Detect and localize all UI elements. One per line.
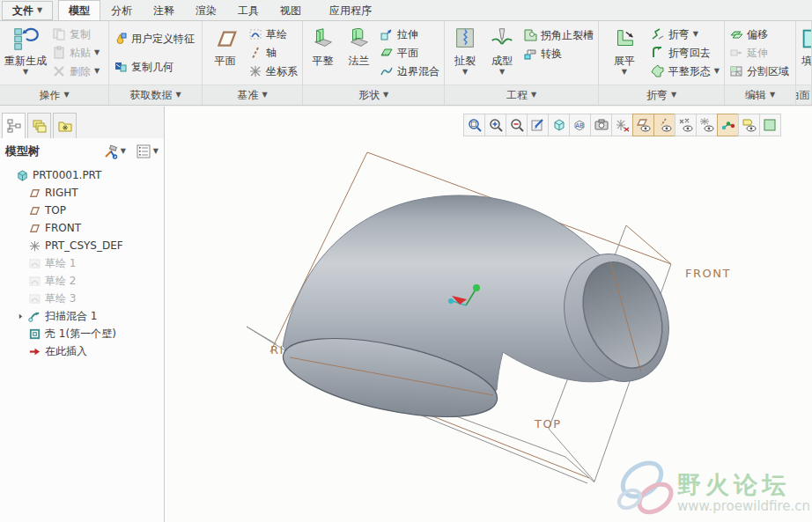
ribbon-bigbutton-planebig[interactable]: 平面 (205, 23, 245, 83)
chevron-down-icon: ▼ (383, 92, 388, 99)
graphics-area[interactable]: RIGHT (165, 107, 812, 522)
ribbon-button-sketch[interactable]: 草绘 (247, 26, 299, 43)
planes-icon (28, 204, 41, 217)
ribbon-bigbutton-form[interactable]: 成型▼ (484, 23, 520, 83)
ribbon-button-copygeom[interactable]: 复制几何 (112, 58, 196, 76)
button-label: 折弯回去 (668, 46, 711, 61)
navigator-tab-folders[interactable] (27, 113, 51, 138)
tab-item-2[interactable]: 注释 (143, 0, 185, 20)
chevron-down-icon: ▼ (63, 92, 69, 99)
ribbon-bigbutton-flange[interactable]: 法兰 (342, 23, 376, 83)
ribbon-button-delete[interactable]: 删除▼ (50, 62, 101, 80)
chevron-down-icon: ▼ (153, 148, 159, 155)
ribbon-button-bendback[interactable]: 折弯回去 (649, 44, 721, 62)
ribbon-bigbutton-flat[interactable]: 平整 (306, 23, 340, 83)
ribbon-bigbutton-flatten[interactable]: 展平▼ (602, 23, 647, 83)
viewport-button-repaint[interactable] (527, 114, 549, 136)
viewport-button-point-eye[interactable] (675, 114, 697, 136)
viewport-button-cam[interactable] (590, 114, 612, 136)
tree-item--1[interactable]: 草绘 1 (0, 254, 164, 272)
hammer-wrench-icon (103, 143, 119, 159)
viewport-button-zin[interactable] (484, 114, 506, 136)
ribbon-button-flatpattern[interactable]: 平整形态▼ (649, 62, 721, 80)
ribbon-group-label[interactable]: 基准▼ (203, 85, 302, 105)
navigator-tab-navtree[interactable] (2, 113, 26, 138)
tab-item-5[interactable]: 视图 (269, 0, 312, 20)
ribbon-group-label[interactable]: 曲面▼ (796, 85, 811, 105)
tree-item-right[interactable]: RIGHT (0, 184, 164, 202)
group-label-text: 操作 (39, 88, 60, 103)
viewport-button-views[interactable] (569, 114, 591, 136)
ribbon-button-blend[interactable]: 边界混合 (378, 62, 441, 80)
chevron-down-icon: ▼ (714, 68, 720, 75)
ribbon-button-corner[interactable]: 拐角止裂槽 (521, 26, 595, 44)
viewport-button-axis-eye[interactable] (653, 114, 675, 136)
tree-item--1-[interactable]: 壳 1(第一个壁) (0, 325, 164, 342)
file-menu-button[interactable]: 文件 ▼ (2, 1, 53, 20)
button-label: 草绘 (266, 27, 287, 42)
tab-item-4[interactable]: 工具 (227, 0, 269, 20)
viewport-button-clip[interactable] (759, 114, 781, 136)
navigator-tab-folderstar[interactable] (53, 113, 77, 138)
ribbon-button-extrude[interactable]: 拉伸 (378, 26, 441, 43)
expand-arrow-icon[interactable] (16, 312, 25, 320)
tree-item--[interactable]: 在此插入 (0, 342, 164, 360)
blend-icon (380, 64, 394, 78)
tree-tools-button[interactable]: ▼ (103, 143, 126, 159)
chevron-down-icon: ▼ (121, 148, 126, 155)
tree-item-front[interactable]: FRONT (0, 219, 164, 237)
ribbon-group-label[interactable]: 操作▼ (0, 85, 108, 105)
ribbon-bigbutton-fill[interactable]: 填充 (799, 23, 812, 83)
spin-icon (720, 117, 736, 133)
csys-icon (248, 64, 262, 78)
tab-item-1[interactable]: 分析 (100, 0, 143, 20)
ribbon-button-offset[interactable]: 偏移 (727, 26, 791, 43)
extrude-icon (380, 27, 394, 41)
button-label: 重新生成 (4, 54, 47, 69)
viewport-button-style[interactable] (548, 114, 570, 136)
ribbon-group-label[interactable]: 折弯▼ (599, 85, 724, 105)
ribbon-button-split[interactable]: 分割区域 (727, 62, 791, 80)
viewport-button-fit[interactable] (463, 114, 485, 136)
ribbon-group-label[interactable]: 编辑▼ (725, 85, 795, 105)
ribbon-button-paste[interactable]: 粘贴▼ (50, 44, 101, 62)
datum-label-top[interactable]: TOP (534, 417, 562, 430)
tree-item-prt0001-prt[interactable]: PRT0001.PRT (0, 166, 164, 184)
ribbon-bigbutton-rip[interactable]: 扯裂▼ (447, 23, 483, 83)
datum-label-front[interactable]: FRONT (685, 267, 731, 280)
viewport-button-datum[interactable] (611, 114, 633, 136)
ribbon-group-label[interactable]: 形状▼ (303, 85, 444, 105)
ribbon-group-label[interactable]: 获取数据▼ (109, 85, 202, 105)
ribbon-button-csys[interactable]: 坐标系 (247, 62, 299, 80)
viewport-button-plane-eye[interactable] (632, 114, 654, 136)
button-label: 拐角止裂槽 (541, 28, 594, 43)
ribbon-button-udf[interactable]: 用户定义特征 (112, 30, 196, 48)
file-menu-label: 文件 (12, 4, 33, 18)
tree-item-prt_csys_def[interactable]: PRT_CSYS_DEF (0, 237, 164, 254)
tab-item-3[interactable]: 渲染 (185, 0, 227, 20)
ribbon-button-planesurf[interactable]: 平面 (378, 44, 441, 62)
tab-model[interactable]: 模型 (58, 0, 100, 20)
flatten-icon (611, 26, 638, 52)
viewport-button-zout[interactable] (506, 114, 528, 136)
ribbon-button-axis[interactable]: 轴 (247, 44, 299, 62)
ribbon-bigbutton-regen[interactable]: 重新生成▼ (3, 23, 48, 83)
group-label-text: 形状 (358, 88, 380, 103)
csyss-icon (28, 239, 41, 253)
ribbon-button-bend[interactable]: 折弯▼ (649, 26, 721, 43)
tree-item-top[interactable]: TOP (0, 202, 164, 219)
ribbon-button-copy[interactable]: 复制 (50, 26, 101, 43)
ribbon-button-convert[interactable]: 转换 (521, 45, 595, 62)
tree-item--1[interactable]: 扫描混合 1 (0, 307, 164, 325)
tree-item--3[interactable]: 草绘 3 (0, 290, 164, 307)
ribbon-button-extend[interactable]: 延伸 (727, 44, 791, 62)
viewport-button-spin[interactable] (717, 114, 739, 136)
tree-item--2[interactable]: 草绘 2 (0, 272, 164, 290)
folders-icon (32, 118, 48, 134)
datum-right-top-edge (626, 225, 671, 264)
viewport-button-note-eye[interactable] (738, 114, 760, 136)
ribbon-group-label[interactable]: 工程▼ (445, 85, 598, 105)
tab-item-6[interactable]: 应用程序 (312, 0, 389, 20)
viewport-button-csys-eye[interactable] (696, 114, 718, 136)
tree-settings-button[interactable]: ▼ (136, 143, 159, 159)
